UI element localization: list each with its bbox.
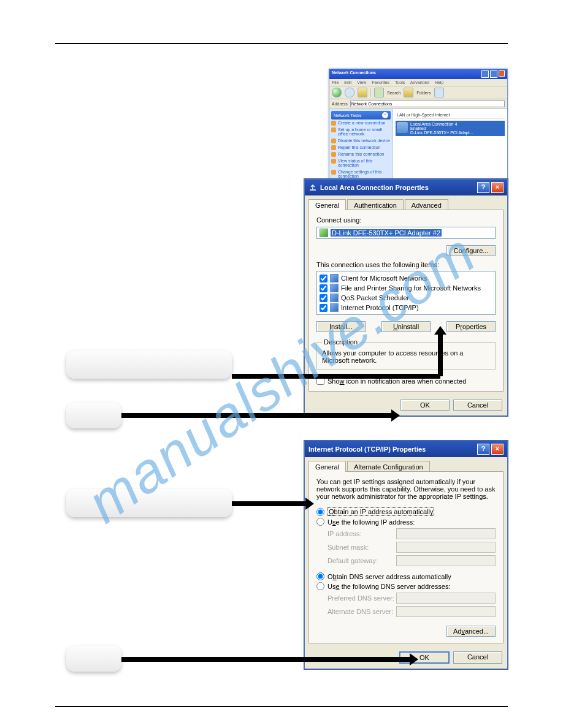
radio-obtain-dns[interactable] xyxy=(316,572,324,580)
use-ip-row[interactable]: Use the following IP address: Use the fo… xyxy=(316,518,496,526)
qos-icon xyxy=(330,294,339,302)
menu-tools[interactable]: Tools xyxy=(395,80,405,85)
configure-button[interactable]: Configure... xyxy=(446,245,496,256)
properties-button[interactable]: Properties xyxy=(446,321,496,332)
item-check[interactable] xyxy=(320,304,327,312)
callout-bubble-1 xyxy=(66,351,232,379)
description-text: Allows your computer to access resources… xyxy=(322,349,490,364)
menu-view[interactable]: View xyxy=(357,80,366,85)
adapter-icon xyxy=(320,229,328,237)
callout-bubble-2 xyxy=(66,403,121,428)
win1-address-bar: Address xyxy=(329,99,507,109)
pdns-field xyxy=(396,593,496,604)
close-icon[interactable] xyxy=(499,70,505,77)
uninstall-button[interactable]: Uninstall xyxy=(381,321,431,332)
sidebar-item-rename[interactable]: Rename this connection xyxy=(331,151,391,157)
ip-address-row: IP address: xyxy=(327,528,496,539)
list-item[interactable]: File and Printer Sharing for Microsoft N… xyxy=(320,283,492,293)
network-connections-window: Network Connections File Edit View Favor… xyxy=(329,69,508,180)
sidebar-item-status[interactable]: View status of this connection xyxy=(331,157,391,169)
obtain-dns-auto-row[interactable]: Obtain DNS server address automatically … xyxy=(316,572,496,580)
sidebar-item-change[interactable]: Change settings of this connection xyxy=(331,169,391,180)
tab-general[interactable]: General xyxy=(308,199,346,210)
close-icon[interactable]: × xyxy=(491,182,504,193)
install-button[interactable]: IInstall...nstall... xyxy=(316,321,366,332)
menu-edit[interactable]: Edit xyxy=(344,80,351,85)
tab-general[interactable]: General xyxy=(308,461,346,472)
connection-item-selected[interactable]: Local Area Connection 4 Enabled D-Link D… xyxy=(396,121,505,136)
up-icon[interactable] xyxy=(358,88,367,97)
menu-help[interactable]: Help xyxy=(435,80,443,85)
preferred-dns-row: Preferred DNS server: xyxy=(327,593,496,604)
minimize-icon[interactable] xyxy=(481,70,489,78)
maximize-icon[interactable] xyxy=(490,70,497,78)
item-check[interactable] xyxy=(320,294,327,302)
callout-arrow-1-v xyxy=(438,334,443,376)
description-legend: Description xyxy=(322,338,359,346)
sidebar-head-network-tasks[interactable]: Network Tasks ^ xyxy=(331,111,391,119)
obtain-ip-auto-row[interactable]: Obtain an IP address automatically Obtai… xyxy=(316,507,496,516)
tab-advanced[interactable]: Advanced xyxy=(405,199,448,210)
sidebar-item-repair[interactable]: Repair this connection xyxy=(331,144,391,151)
ok-button[interactable]: OK xyxy=(400,400,450,411)
tab-authentication[interactable]: Authentication xyxy=(347,199,404,210)
advanced-button[interactable]: Advanced... xyxy=(446,626,496,637)
bottom-rule xyxy=(55,706,508,707)
win1-sidebar: Network Tasks ^ Create a new connection … xyxy=(329,109,393,180)
views-icon[interactable] xyxy=(434,88,444,97)
sidebar-item-create[interactable]: Create a new connection xyxy=(331,119,391,126)
network-icon xyxy=(308,183,317,192)
description-group: Description Allows your computer to acce… xyxy=(316,338,496,370)
sidebar-item-disable[interactable]: Disable this network device xyxy=(331,137,391,144)
radio-use-ip[interactable] xyxy=(316,518,324,526)
gateway-field xyxy=(396,555,496,566)
help-icon[interactable]: ? xyxy=(477,182,489,193)
dlg3-title: Internet Protocol (TCP/IP) Properties xyxy=(308,446,426,453)
dlg2-titlebar: Local Area Connection Properties ? × xyxy=(305,180,507,195)
items-listbox[interactable]: Client for Microsoft Networks File and P… xyxy=(316,271,496,315)
connection-group-label: LAN or High-Speed Internet xyxy=(396,112,505,119)
address-label: Address xyxy=(332,102,348,106)
item-check[interactable] xyxy=(320,275,327,282)
adapter-field[interactable]: D-Link DFE-530TX+ PCI Adapter #2 xyxy=(316,227,496,239)
menu-favorites[interactable]: Favorites xyxy=(372,80,389,85)
address-input[interactable] xyxy=(350,100,505,107)
help-icon[interactable]: ? xyxy=(477,444,489,455)
callout-arrowhead-2 xyxy=(391,409,400,422)
item-check[interactable] xyxy=(320,284,327,292)
menu-file[interactable]: File xyxy=(332,80,339,85)
win1-title: Network Connections xyxy=(332,70,376,78)
forward-icon[interactable] xyxy=(345,88,354,97)
callout-arrowhead-4 xyxy=(410,653,418,665)
use-dns-row[interactable]: Use the following DNS server addresses: … xyxy=(316,582,496,590)
intro-text: You can get IP settings assigned automat… xyxy=(316,478,496,500)
subnet-row: Subnet mask: xyxy=(327,542,496,553)
connection-status: Enabled xyxy=(410,126,473,131)
folders-icon[interactable] xyxy=(404,88,413,97)
alternate-dns-row: Alternate DNS server: xyxy=(327,606,496,617)
callout-bubble-3 xyxy=(66,489,232,517)
cancel-button[interactable]: Cancel xyxy=(453,651,502,664)
lac-properties-dialog: Local Area Connection Properties ? × Gen… xyxy=(304,179,508,416)
tab-alt-config[interactable]: Alternate Configuration xyxy=(347,461,430,472)
list-item[interactable]: Internet Protocol (TCP/IP) xyxy=(320,303,492,313)
sidebar-item-setup[interactable]: Set up a home or small office network xyxy=(331,126,391,137)
adapter-name: D-Link DFE-530TX+ PCI Adapter #2 xyxy=(331,229,442,237)
radio-use-dns[interactable] xyxy=(316,582,324,590)
toolbar-folders-label[interactable]: Folders xyxy=(416,91,431,95)
callout-arrowhead-1 xyxy=(434,326,446,335)
menu-advanced[interactable]: Advanced xyxy=(410,80,429,85)
dlg3-tabs: General Alternate Configuration xyxy=(305,457,507,472)
close-icon[interactable]: × xyxy=(491,444,504,455)
connection-name: Local Area Connection 4 xyxy=(410,122,473,126)
radio-obtain-ip[interactable] xyxy=(316,508,324,516)
toolbar-search-label[interactable]: Search xyxy=(387,91,400,95)
cancel-button[interactable]: Cancel xyxy=(453,400,502,411)
list-item[interactable]: Client for Microsoft Networks xyxy=(320,273,492,283)
list-item[interactable]: QoS Packet Scheduler xyxy=(320,293,492,303)
mask-field xyxy=(396,542,496,553)
search-icon[interactable] xyxy=(374,88,384,97)
chevron-icon[interactable]: ^ xyxy=(382,112,388,118)
back-icon[interactable] xyxy=(332,88,342,97)
gateway-row: Default gateway: xyxy=(327,555,496,566)
